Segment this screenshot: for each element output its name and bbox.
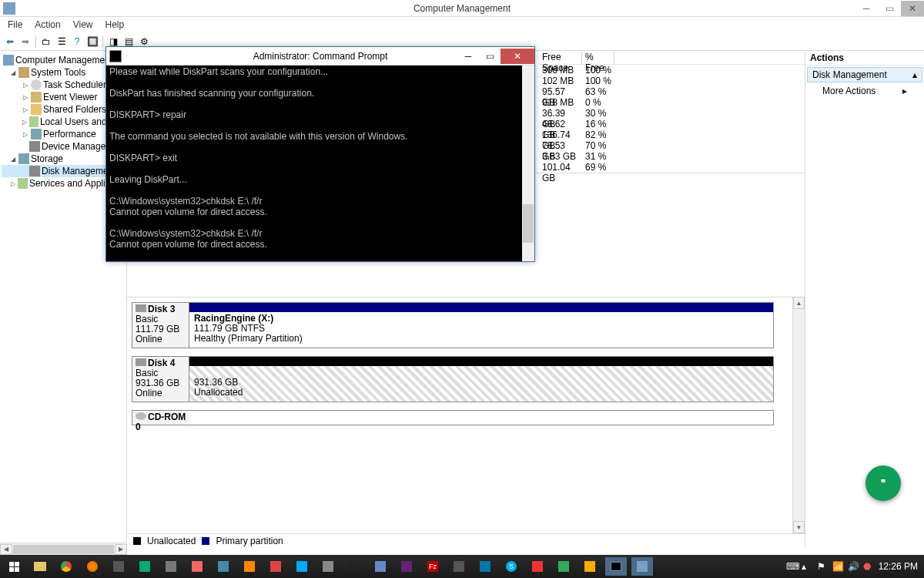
volume-row: 918 MB0 % — [539, 97, 805, 108]
actions-category[interactable]: Disk Management▴ — [807, 67, 922, 82]
volume-row: 95.57 GB63 % — [539, 86, 805, 97]
scroll-down-icon[interactable]: ▼ — [793, 521, 805, 533]
help-icon[interactable]: ? — [70, 35, 84, 49]
taskbar-app-icon[interactable] — [160, 557, 182, 576]
tray-chevron-icon[interactable]: ▴ — [802, 561, 812, 572]
menu-file[interactable]: File — [3, 19, 27, 30]
system-tray[interactable]: ⌨ ▴ ⚑ 📶 🔊 ⬣ 12:26 PM — [786, 561, 921, 572]
cmd-close-button[interactable]: ✕ — [500, 49, 534, 64]
taskbar-app-icon[interactable] — [527, 557, 548, 576]
minimize-button[interactable]: ─ — [855, 1, 878, 16]
disk-label-4: Disk 4 Basic 931.36 GB Online — [132, 357, 189, 402]
actions-header: Actions — [805, 51, 924, 66]
tray-clock[interactable]: 12:26 PM — [879, 561, 918, 572]
taskbar-mmc-icon[interactable] — [631, 557, 653, 576]
menu-view[interactable]: View — [69, 19, 98, 30]
taskbar-app-icon[interactable] — [343, 557, 365, 576]
tray-volume-icon[interactable]: 🔊 — [848, 561, 859, 572]
command-prompt-window[interactable]: Administrator: Command Prompt ─ ▭ ✕ Plea… — [105, 46, 535, 262]
window-titlebar: Computer Management ─ ▭ ✕ — [0, 0, 924, 17]
taskbar-filezilla-icon[interactable]: Fz — [422, 557, 444, 576]
volume-row: 102 MB100 % — [539, 76, 805, 86]
disk-row-4[interactable]: Disk 4 Basic 931.36 GB Online 931.36 GB … — [132, 356, 774, 402]
scroll-right-icon[interactable]: ▶ — [115, 544, 127, 555]
taskbar[interactable]: Fz S ⌨ ▴ ⚑ 📶 🔊 ⬣ 12:26 PM — [0, 555, 924, 578]
taskbar-vs-icon[interactable] — [396, 557, 417, 576]
menu-action[interactable]: Action — [30, 19, 65, 30]
taskbar-skype-icon[interactable]: S — [500, 557, 522, 576]
taskbar-app-icon[interactable] — [134, 557, 156, 576]
disk-icon — [136, 304, 146, 312]
cdrom-label: CD-ROM 0 — [132, 411, 189, 425]
tray-network-icon[interactable]: 📶 — [832, 561, 843, 572]
disk-row-3[interactable]: Disk 3 Basic 111.79 GB Online RacingEngi… — [132, 302, 774, 348]
cmd-output[interactable]: Please wait while DiskPart scans your co… — [106, 66, 534, 261]
tree-scrollbar-horizontal[interactable]: ◀ ▶ — [0, 543, 127, 555]
actions-more[interactable]: More Actions▸ — [805, 84, 924, 98]
volume-row: 78.53 GB70 % — [539, 140, 805, 151]
cmd-scrollbar[interactable] — [522, 66, 534, 261]
menubar: File Action View Help — [0, 17, 924, 32]
taskbar-chrome-icon[interactable] — [55, 557, 77, 576]
scroll-up-icon[interactable]: ▲ — [793, 297, 805, 309]
tray-icon[interactable]: ⬣ — [863, 561, 874, 572]
disk-row-cdrom[interactable]: CD-ROM 0 — [132, 410, 774, 425]
disk-icon — [136, 358, 146, 366]
submenu-icon: ▸ — [902, 86, 907, 96]
disk-volume-4[interactable]: 931.36 GB Unallocated — [189, 357, 773, 402]
disk-scrollbar-vertical[interactable]: ▲ ▼ — [792, 297, 805, 533]
volume-bar-primary — [189, 303, 773, 312]
volume-row: 36.39 GB30 % — [539, 108, 805, 119]
taskbar-app-icon[interactable] — [108, 557, 129, 576]
close-button[interactable]: ✕ — [901, 1, 924, 16]
taskbar-app-icon[interactable] — [239, 557, 260, 576]
col-free-space[interactable]: Free Space — [539, 51, 582, 64]
disk-legend: Unallocated Primary partition — [127, 533, 805, 547]
collapse-icon: ▴ — [912, 69, 917, 80]
cdrom-icon — [136, 412, 146, 420]
volume-list-header: Free Space % Free — [539, 51, 805, 65]
taskbar-app-icon[interactable] — [213, 557, 234, 576]
disk-volume-3[interactable]: RacingEngine (X:) 111.79 GB NTFS Healthy… — [189, 303, 773, 348]
cmd-minimize-button[interactable]: ─ — [457, 49, 479, 64]
taskbar-firefox-icon[interactable] — [82, 557, 103, 576]
volume-row: 3.63 GB31 % — [539, 151, 805, 162]
view-icon[interactable]: ☰ — [55, 35, 69, 49]
taskbar-cmd-icon[interactable] — [605, 557, 627, 576]
volume-bar-unallocated — [189, 357, 773, 366]
taskbar-explorer-icon[interactable] — [29, 557, 51, 576]
taskbar-app-icon[interactable] — [474, 557, 496, 576]
legend-swatch-unallocated — [133, 537, 141, 545]
scroll-left-icon[interactable]: ◀ — [0, 544, 12, 555]
taskbar-app-icon[interactable] — [553, 557, 574, 576]
properties-icon[interactable]: 🗀 — [39, 35, 53, 49]
menu-help[interactable]: Help — [101, 19, 129, 30]
col-pct-free[interactable]: % Free — [582, 51, 614, 64]
tray-flag-icon[interactable]: ⚑ — [817, 561, 828, 572]
taskbar-app-icon[interactable] — [448, 557, 470, 576]
volume-list[interactable]: 306 MB100 % 102 MB100 % 95.57 GB63 % 918… — [539, 65, 805, 173]
volume-row: 48.62 GB16 % — [539, 119, 805, 129]
taskbar-app-icon[interactable] — [291, 557, 313, 576]
maximize-button[interactable]: ▭ — [878, 1, 901, 16]
start-button[interactable] — [3, 557, 25, 576]
taskbar-app-icon[interactable] — [186, 557, 208, 576]
volume-row: 136.74 GB82 % — [539, 129, 805, 140]
cmd-maximize-button[interactable]: ▭ — [479, 49, 500, 64]
disk-label-3: Disk 3 Basic 111.79 GB Online — [132, 303, 189, 348]
cmd-titlebar[interactable]: Administrator: Command Prompt ─ ▭ ✕ — [106, 47, 534, 66]
taskbar-app-icon[interactable] — [317, 557, 339, 576]
hangouts-fab[interactable]: ❞ — [865, 465, 901, 501]
taskbar-app-icon[interactable] — [265, 557, 286, 576]
taskbar-app-icon[interactable] — [370, 557, 391, 576]
quote-icon: ❞ — [881, 478, 886, 489]
refresh-icon[interactable]: 🔲 — [85, 35, 99, 49]
volume-row: 306 MB100 % — [539, 65, 805, 76]
tray-keyboard-icon[interactable]: ⌨ — [786, 561, 797, 572]
taskbar-app-icon[interactable] — [579, 557, 601, 576]
forward-button[interactable]: ➡ — [18, 35, 32, 49]
volume-row: 101.04 GB69 % — [539, 162, 805, 173]
window-title: Computer Management — [0, 3, 924, 14]
back-button[interactable]: ⬅ — [3, 35, 17, 49]
legend-swatch-primary — [202, 537, 209, 545]
